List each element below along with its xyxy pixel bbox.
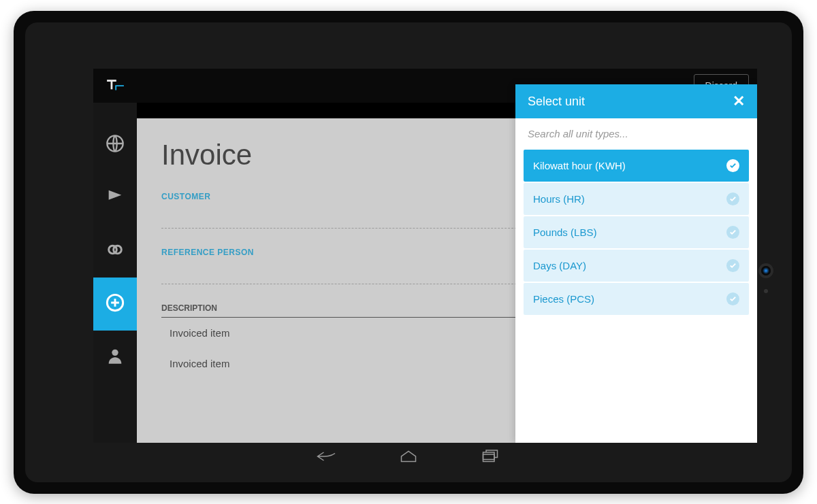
unit-label: Pieces (PCS) [533,293,726,305]
sidebar-item-add[interactable] [93,278,137,331]
back-button[interactable] [317,448,337,467]
unit-label: Kilowatt hour (KWH) [533,160,726,171]
panel-title: Select unit [528,95,733,109]
panel-header: Select unit ✕ [515,84,757,118]
unit-option-lbs[interactable]: Pounds (LBS) [524,216,749,248]
flag-icon [106,187,125,209]
sidebar [93,84,137,443]
recents-button[interactable] [480,448,500,467]
unit-label: Pounds (LBS) [533,226,726,238]
unit-option-pcs[interactable]: Pieces (PCS) [524,283,749,315]
sidebar-item-globe[interactable] [93,118,137,171]
unit-option-kwh[interactable]: Kilowatt hour (KWH) [524,150,749,182]
panel-search [515,118,757,150]
recents-icon [480,455,500,467]
user-icon [106,346,125,368]
unit-list: Kilowatt hour (KWH) Hours (HR) Pounds (L… [515,150,757,316]
check-circle-icon [726,159,739,172]
android-nav-bar [317,448,500,467]
globe-icon [106,134,125,156]
unit-option-hr[interactable]: Hours (HR) [524,183,749,215]
close-button[interactable]: ✕ [733,93,745,110]
tablet-inner: 15:23 ⸆⌐ Discard [25,22,792,482]
home-button[interactable] [398,448,419,467]
sidebar-item-flag[interactable] [93,171,137,224]
sidebar-item-link[interactable] [93,224,137,278]
camera-lens [761,266,771,275]
select-unit-panel: Select unit ✕ Kilowatt hour (KWH) [515,84,757,443]
back-icon [317,455,337,467]
check-circle-icon [726,192,739,205]
svg-rect-7 [483,452,495,460]
app-logo: ⸆⌐ [107,77,125,95]
check-circle-icon [726,226,739,239]
camera-dot [764,289,768,293]
unit-label: Days (DAY) [533,260,726,271]
device-screen: 15:23 ⸆⌐ Discard [93,69,757,443]
check-circle-icon [726,259,739,272]
plus-circle-icon [106,293,125,315]
unit-option-day[interactable]: Days (DAY) [524,250,749,282]
check-circle-icon [726,292,739,305]
link-icon [106,240,125,262]
sidebar-item-user[interactable] [93,331,137,384]
svg-point-6 [112,350,118,356]
customer-field[interactable]: ▶ [161,214,561,229]
home-icon [398,455,419,467]
reference-field[interactable]: ▶ [161,269,561,284]
unit-label: Hours (HR) [533,193,726,205]
svg-rect-8 [483,454,495,462]
tablet-frame: 15:23 ⸆⌐ Discard [14,11,803,494]
close-icon: ✕ [733,93,745,110]
search-input[interactable] [528,128,745,139]
